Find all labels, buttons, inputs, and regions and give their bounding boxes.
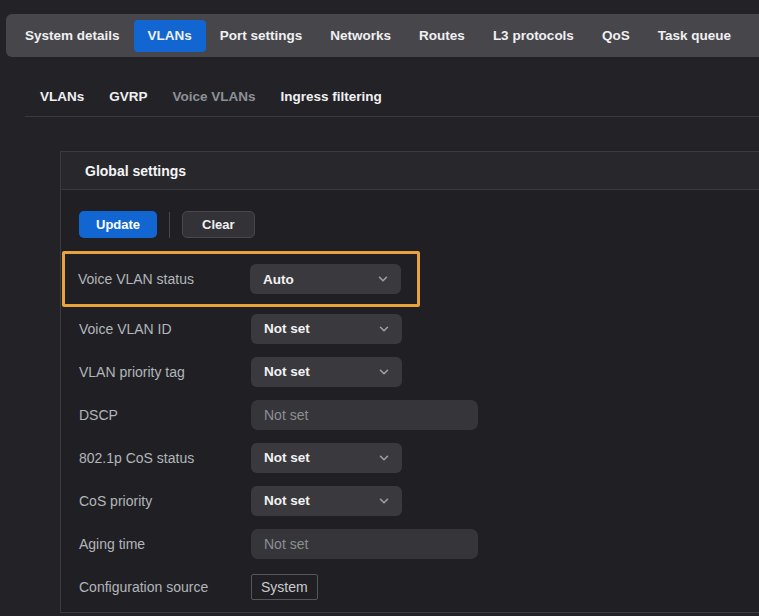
form-row: Voice VLAN IDNot set [61,307,759,350]
form-row: DSCPNot set [61,393,759,436]
global-settings-panel: Global settings Update Clear Voice VLAN … [60,151,759,613]
panel-title: Global settings [85,163,186,179]
select-value: Not set [264,493,310,508]
select-value: Not set [264,364,310,379]
subtab-ingress-filtering[interactable]: Ingress filtering [281,89,382,104]
subtab-vlans[interactable]: VLANs [40,89,84,104]
subtab-voice-vlans[interactable]: Voice VLANs [173,89,256,104]
802-1p-cos-status-label: 802.1p CoS status [79,450,251,466]
select-value: Auto [263,272,294,287]
form-row: 802.1p CoS statusNot set [61,436,759,479]
vlan-priority-tag-select[interactable]: Not set [251,357,402,387]
nav-tab-routes[interactable]: Routes [405,20,479,52]
voice-vlan-status-label: Voice VLAN status [78,271,250,287]
chevron-down-icon [377,322,391,336]
highlighted-form-row: Voice VLAN statusAuto [62,251,420,307]
toolbar-divider [169,212,170,238]
vlan-priority-tag-label: VLAN priority tag [79,364,251,380]
settings-form: Voice VLAN statusAutoVoice VLAN IDNot se… [61,251,759,608]
tab-bar-divider [25,116,759,117]
cos-priority-label: CoS priority [79,493,251,509]
update-button[interactable]: Update [79,211,157,238]
secondary-tab-bar: VLANsGVRPVoice VLANsIngress filtering [40,82,382,110]
nav-tab-system-details[interactable]: System details [11,20,134,52]
panel-toolbar: Update Clear [79,211,759,238]
configuration-source-label: Configuration source [79,579,251,595]
form-row: VLAN priority tagNot set [61,350,759,393]
voice-vlan-id-label: Voice VLAN ID [79,321,251,337]
cos-priority-select[interactable]: Not set [251,486,402,516]
subtab-gvrp[interactable]: GVRP [109,89,147,104]
802-1p-cos-status-select[interactable]: Not set [251,443,402,473]
nav-tab-port-settings[interactable]: Port settings [206,20,317,52]
chevron-down-icon [376,272,390,286]
nav-tab-qos[interactable]: QoS [588,20,644,52]
voice-vlan-id-select[interactable]: Not set [251,314,402,344]
aging-time-input: Not set [251,529,478,559]
chevron-down-icon [377,451,391,465]
top-navigation-bar: System detailsVLANsPort settingsNetworks… [6,14,759,57]
panel-header: Global settings [61,152,759,190]
nav-tab-l3-protocols[interactable]: L3 protocols [479,20,588,52]
dscp-input: Not set [251,400,478,430]
dscp-label: DSCP [79,407,251,423]
form-row: Configuration sourceSystem [61,565,759,608]
form-row: CoS priorityNot set [61,479,759,522]
nav-tab-networks[interactable]: Networks [316,20,405,52]
chevron-down-icon [377,494,391,508]
voice-vlan-status-select[interactable]: Auto [250,264,401,294]
nav-tab-task-queue[interactable]: Task queue [644,20,745,52]
configuration-source-value-badge: System [251,574,318,600]
form-row: Aging timeNot set [61,522,759,565]
nav-tab-vlans[interactable]: VLANs [134,20,206,52]
select-value: Not set [264,450,310,465]
select-value: Not set [264,321,310,336]
chevron-down-icon [377,365,391,379]
aging-time-label: Aging time [79,536,251,552]
clear-button[interactable]: Clear [182,211,255,238]
